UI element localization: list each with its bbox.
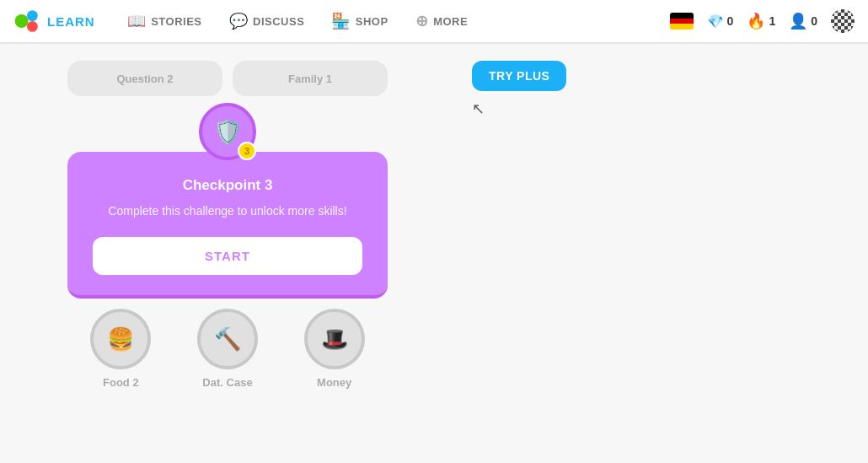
family1-label: Family 1 (288, 73, 332, 85)
food2-icon: 🍔 (90, 309, 151, 369)
shop-label: SHOP (356, 15, 388, 28)
logo-text: LEARN (47, 14, 95, 29)
duolingo-logo (13, 8, 40, 35)
dat-case-skill: 🔨 Dat. Case (197, 309, 258, 389)
money-label: Money (317, 376, 351, 389)
try-plus-button[interactable]: TRY PLUS (472, 61, 566, 91)
checkpoint-icon: 🛡️ 3 (199, 103, 256, 160)
dat-case-label: Dat. Case (202, 376, 252, 389)
streak-stat[interactable]: 🔥 1 (747, 12, 775, 30)
nav-right: 💎 0 🔥 1 👤 0 (670, 9, 855, 33)
checkpoint-badge-number: 3 (238, 142, 256, 160)
right-panel: TRY PLUS ↖ (455, 44, 868, 463)
money-icon: 🎩 (304, 309, 365, 369)
gem-stat[interactable]: 💎 0 (707, 13, 734, 30)
shop-icon: 🏪 (331, 12, 351, 30)
top-cards-row: Question 2 Family 1 (67, 61, 388, 96)
stories-icon: 📖 (127, 12, 147, 30)
question2-label: Question 2 (116, 73, 173, 85)
checkpoint-card: Checkpoint 3 Complete this challenge to … (67, 152, 388, 299)
fire-icon: 🔥 (747, 12, 765, 30)
family1-card: Family 1 (233, 61, 388, 96)
money-skill: 🎩 Money (304, 309, 365, 389)
food2-skill: 🍔 Food 2 (90, 309, 151, 389)
discuss-label: DISCUSS (253, 15, 304, 28)
main-content: Question 2 Family 1 🛡️ 3 Checkpoint 3 Co… (0, 44, 868, 463)
question2-card: Question 2 (67, 61, 222, 96)
navbar: LEARN 📖 STORIES 💬 DISCUSS 🏪 SHOP ⊕ MORE … (0, 0, 868, 44)
skill-tree-panel: Question 2 Family 1 🛡️ 3 Checkpoint 3 Co… (0, 44, 455, 463)
food2-label: Food 2 (103, 376, 139, 389)
user-avatar[interactable] (831, 9, 855, 33)
stories-label: STORIES (151, 15, 201, 28)
language-flag[interactable] (670, 13, 694, 30)
checkpoint-title: Checkpoint 3 (93, 177, 362, 194)
nav-discuss[interactable]: 💬 DISCUSS (217, 5, 317, 37)
nav-items: 📖 STORIES 💬 DISCUSS 🏪 SHOP ⊕ MORE (115, 5, 663, 37)
gem-icon: 💎 (707, 13, 724, 30)
heart-stat[interactable]: 👤 0 (789, 12, 817, 30)
heart-icon: 👤 (789, 12, 807, 30)
dat-case-icon: 🔨 (197, 309, 258, 369)
heart-count: 0 (811, 14, 817, 28)
bottom-skills-row: 🍔 Food 2 🔨 Dat. Case 🎩 Money (67, 309, 388, 389)
start-button[interactable]: START (93, 237, 362, 275)
checkpoint-container: 🛡️ 3 Checkpoint 3 Complete this challeng… (67, 103, 388, 299)
svg-point-0 (15, 14, 29, 28)
streak-count: 1 (769, 14, 775, 28)
nav-more[interactable]: ⊕ MORE (404, 5, 480, 37)
svg-point-2 (27, 21, 38, 32)
gem-count: 0 (727, 14, 734, 28)
nav-shop[interactable]: 🏪 SHOP (319, 5, 399, 37)
checkpoint-description: Complete this challenge to unlock more s… (93, 202, 362, 220)
discuss-icon: 💬 (229, 12, 249, 30)
svg-point-1 (27, 10, 38, 21)
more-icon: ⊕ (415, 12, 429, 30)
nav-stories[interactable]: 📖 STORIES (115, 5, 214, 37)
more-label: MORE (433, 15, 468, 28)
cursor-icon: ↖ (472, 100, 485, 118)
shield-icon: 🛡️ (213, 118, 243, 146)
logo[interactable]: LEARN (13, 8, 95, 35)
